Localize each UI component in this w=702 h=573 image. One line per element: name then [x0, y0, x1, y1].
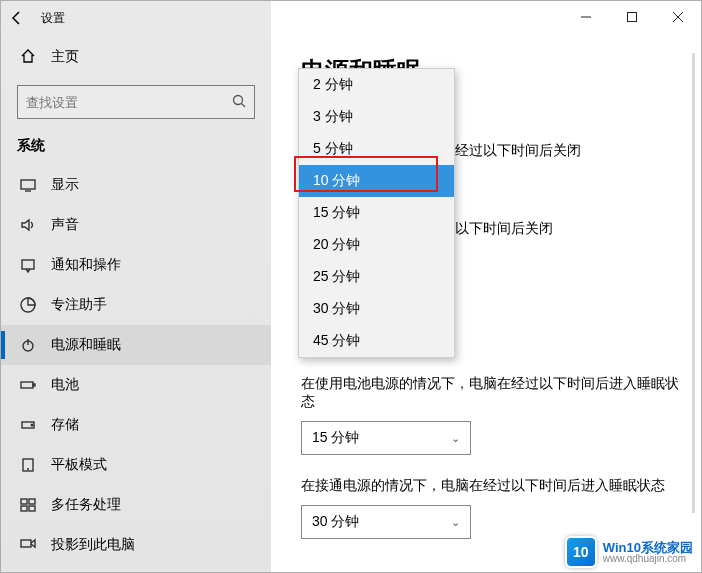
- window-title: 设置: [41, 10, 65, 27]
- chevron-down-icon: ⌄: [451, 432, 460, 445]
- sidebar: 主页 系统 显示 声音 通知和操作 专注助手: [1, 1, 271, 572]
- svg-rect-13: [33, 384, 35, 386]
- sound-icon: [19, 216, 37, 234]
- storage-icon: [19, 416, 37, 434]
- svg-rect-1: [628, 13, 637, 22]
- search-icon: [232, 94, 246, 111]
- screen-off-hint-2: 以下时间后关闭: [455, 220, 553, 238]
- notifications-icon: [19, 256, 37, 274]
- sidebar-item-storage[interactable]: 存储: [1, 405, 271, 445]
- sidebar-item-battery[interactable]: 电池: [1, 365, 271, 405]
- dropdown-option[interactable]: 45 分钟: [299, 325, 454, 357]
- svg-point-15: [31, 424, 33, 426]
- svg-rect-8: [22, 260, 34, 269]
- category-label: 系统: [1, 137, 271, 165]
- sidebar-item-tablet[interactable]: 平板模式: [1, 445, 271, 485]
- focus-icon: [19, 296, 37, 314]
- home-icon: [19, 48, 37, 67]
- nav-label: 通知和操作: [51, 256, 121, 274]
- svg-rect-6: [21, 180, 35, 189]
- svg-rect-20: [21, 506, 27, 511]
- battery-icon: [19, 376, 37, 394]
- display-icon: [19, 176, 37, 194]
- window-close-button[interactable]: [655, 1, 701, 33]
- sleep-plugged-label: 在接通电源的情况下，电脑在经过以下时间后进入睡眠状态: [301, 477, 681, 495]
- search-box[interactable]: [17, 85, 255, 119]
- nav-label: 电池: [51, 376, 79, 394]
- dropdown-option[interactable]: 20 分钟: [299, 229, 454, 261]
- power-icon: [19, 336, 37, 354]
- svg-rect-21: [29, 506, 35, 511]
- multitask-icon: [19, 496, 37, 514]
- time-dropdown-popup: 2 分钟3 分钟5 分钟10 分钟15 分钟20 分钟25 分钟30 分钟45 …: [298, 68, 455, 358]
- home-nav[interactable]: 主页: [1, 37, 271, 77]
- window-minimize-button[interactable]: [563, 1, 609, 33]
- svg-rect-12: [21, 382, 33, 388]
- svg-rect-18: [21, 499, 27, 504]
- nav-label: 显示: [51, 176, 79, 194]
- watermark-logo: 10: [565, 536, 597, 568]
- svg-point-4: [234, 95, 243, 104]
- svg-rect-19: [29, 499, 35, 504]
- dropdown-option[interactable]: 2 分钟: [299, 69, 454, 101]
- dropdown-option[interactable]: 10 分钟: [299, 165, 454, 197]
- sidebar-item-multitask[interactable]: 多任务处理: [1, 485, 271, 525]
- svg-line-5: [242, 103, 246, 107]
- nav-label: 电源和睡眠: [51, 336, 121, 354]
- dropdown-option[interactable]: 5 分钟: [299, 133, 454, 165]
- scrollbar[interactable]: [692, 53, 695, 513]
- svg-rect-22: [21, 540, 31, 547]
- sidebar-item-notifications[interactable]: 通知和操作: [1, 245, 271, 285]
- nav-label: 声音: [51, 216, 79, 234]
- nav-label: 存储: [51, 416, 79, 434]
- combo-value: 30 分钟: [312, 513, 359, 531]
- watermark-line2: www.qdhuajin.com: [603, 554, 693, 564]
- sleep-battery-label: 在使用电池电源的情况下，电脑在经过以下时间后进入睡眠状态: [301, 375, 681, 411]
- watermark-line1: Win10系统家园: [603, 541, 693, 554]
- nav-list: 显示 声音 通知和操作 专注助手 电源和睡眠 电池: [1, 165, 271, 565]
- nav-label: 多任务处理: [51, 496, 121, 514]
- sidebar-item-sound[interactable]: 声音: [1, 205, 271, 245]
- tablet-icon: [19, 456, 37, 474]
- dropdown-option[interactable]: 30 分钟: [299, 293, 454, 325]
- sidebar-item-power[interactable]: 电源和睡眠: [1, 325, 271, 365]
- sidebar-item-focus[interactable]: 专注助手: [1, 285, 271, 325]
- dropdown-option[interactable]: 3 分钟: [299, 101, 454, 133]
- watermark: 10 Win10系统家园 www.qdhuajin.com: [565, 536, 693, 568]
- project-icon: [19, 536, 37, 554]
- nav-label: 平板模式: [51, 456, 107, 474]
- sleep-plugged-combo[interactable]: 30 分钟 ⌄: [301, 505, 471, 539]
- window-maximize-button[interactable]: [609, 1, 655, 33]
- dropdown-option[interactable]: 25 分钟: [299, 261, 454, 293]
- sidebar-item-project[interactable]: 投影到此电脑: [1, 525, 271, 565]
- back-button[interactable]: [1, 1, 33, 35]
- combo-value: 15 分钟: [312, 429, 359, 447]
- search-input[interactable]: [26, 95, 232, 110]
- chevron-down-icon: ⌄: [451, 516, 460, 529]
- nav-label: 投影到此电脑: [51, 536, 135, 554]
- sidebar-item-display[interactable]: 显示: [1, 165, 271, 205]
- screen-off-hint-1: 经过以下时间后关闭: [455, 142, 581, 160]
- nav-label: 专注助手: [51, 296, 107, 314]
- dropdown-option[interactable]: 15 分钟: [299, 197, 454, 229]
- sleep-battery-combo[interactable]: 15 分钟 ⌄: [301, 421, 471, 455]
- home-label: 主页: [51, 48, 79, 66]
